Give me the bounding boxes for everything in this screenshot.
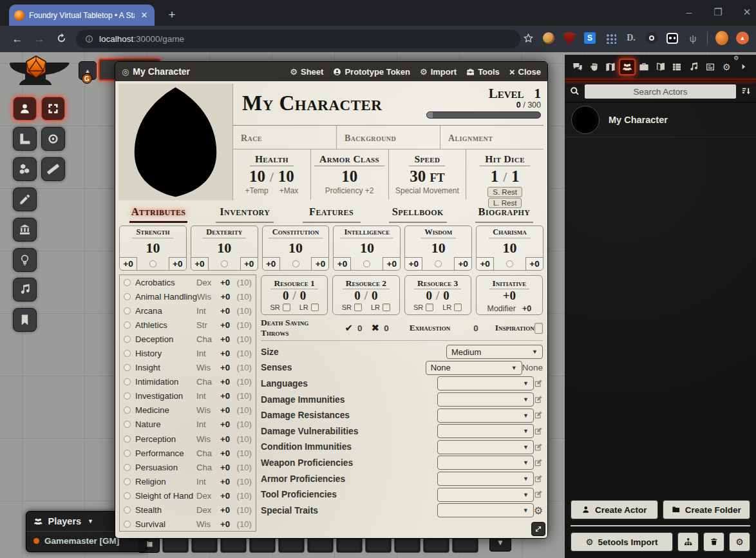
resource-block[interactable]: Resource 1 0/0 SR LR [261,275,328,315]
bookmark-star-icon[interactable] [523,33,534,45]
resource-value[interactable]: 0 [354,289,361,302]
resource-value[interactable]: 0 [426,289,432,302]
ability-value[interactable]: 10 [146,238,160,257]
size-select[interactable]: ▼ [437,440,534,454]
sr-checkbox[interactable] [426,303,433,311]
grid-extension-icon[interactable] [604,32,617,44]
actor-avatar[interactable]: .pB .h1{fill:#f5f5f0}.pB .h2{fill:#07070… [571,106,600,134]
skill-row[interactable]: Survival Wis +0 (10) [120,517,256,532]
proficiency-radio[interactable] [292,260,299,267]
camera-extension-icon[interactable] [645,32,658,44]
scenes-tab-icon[interactable] [602,59,619,75]
tools-button[interactable]: Tools [466,66,500,77]
prototype-token-button[interactable]: Prototype Token [333,66,410,77]
proficiency-radio[interactable] [149,260,156,267]
exhaustion-value[interactable]: 0 [473,323,478,333]
resource-block[interactable]: Resource 2 0/0 SR LR [332,275,399,315]
ability-modifier[interactable]: +0 [405,257,422,270]
lr-checkbox[interactable] [454,303,462,311]
ability-block[interactable]: Strength 10 +0 +0 [119,226,187,271]
resource-label[interactable]: Resource 1 [270,278,317,289]
forward-icon[interactable]: → [28,33,50,46]
skill-proficiency-radio[interactable] [124,506,131,514]
edit-icon[interactable] [534,474,543,484]
proficiency-radio[interactable] [506,260,513,267]
death-fail-icon[interactable]: ✖ [372,322,380,334]
back-icon[interactable]: ← [6,33,28,46]
ability-block[interactable]: Constitution 10 +0 +0 [262,226,330,271]
browser-tab[interactable]: Foundry Virtual Tabletop • A Stan ✕ [9,5,155,26]
close-window-button[interactable]: ×Close [509,66,541,77]
skill-proficiency-radio[interactable] [124,293,131,300]
skill-proficiency-radio[interactable] [124,492,131,499]
sounds-tool-button[interactable] [13,278,37,302]
lr-checkbox[interactable] [311,303,319,311]
speed-stat[interactable]: Speed 30 ft Special Movement [388,149,466,200]
level-display[interactable]: Level1 [426,86,541,102]
sr-checkbox[interactable] [354,303,362,311]
profile-avatar[interactable] [715,32,728,44]
skill-proficiency-radio[interactable] [124,350,131,357]
proficiency-radio[interactable] [221,260,228,267]
hit-dice-stat[interactable]: Hit Dice 1/1 S. RestL. Rest [466,149,543,200]
initiative-block[interactable]: Initiative +0 Modifier+0 [476,275,543,315]
size-select[interactable]: ▼ [437,503,534,517]
sheet-tab[interactable]: Features [288,204,374,224]
window-maximize-button[interactable]: ❐ [708,4,728,21]
template-tool-button[interactable] [41,127,65,151]
skill-row[interactable]: Religion Int +0 (10) [120,474,256,488]
proficiency-radio[interactable] [435,260,442,267]
skill-proficiency-radio[interactable] [124,450,131,457]
site-info-icon[interactable] [85,34,93,44]
resource-max[interactable]: 0 [300,289,307,302]
playlists-tab-icon[interactable] [685,59,702,75]
background-field[interactable]: Background [336,126,440,149]
ability-value[interactable]: 10 [360,238,374,257]
tiles-tool-button[interactable] [13,157,37,181]
size-select[interactable]: ▼ [437,456,534,470]
edit-icon[interactable] [534,378,543,389]
skill-proficiency-radio[interactable] [124,336,131,343]
skill-proficiency-radio[interactable] [124,279,131,286]
size-select[interactable]: None▼ [426,361,522,375]
drawings-tool-button[interactable] [13,188,37,211]
resource-label[interactable]: Resource 2 [343,278,390,289]
edit-icon[interactable] [534,394,543,405]
skill-row[interactable]: Deception Cha +0 (10) [120,332,256,346]
ability-save[interactable]: +0 [454,257,471,270]
resource-block[interactable]: Resource 3 0/0 SR LR [404,275,471,315]
skill-proficiency-radio[interactable] [124,307,131,314]
skill-proficiency-radio[interactable] [124,521,131,528]
edit-icon[interactable] [534,457,543,468]
window-close-button[interactable]: ✕ [737,4,756,21]
short-rest-button[interactable]: S. Rest [487,187,522,197]
size-select[interactable]: ▼ [437,488,534,502]
sort-icon[interactable] [741,86,751,97]
skill-proficiency-radio[interactable] [124,392,131,399]
character-name[interactable]: My Character [242,91,382,115]
ability-block[interactable]: Dexterity 10 +0 +0 [191,226,258,271]
select-tool-button[interactable] [41,97,65,120]
create-actor-button[interactable]: Create Actor [571,500,658,519]
ability-modifier[interactable]: +0 [191,257,209,270]
ability-save[interactable]: +0 [240,257,258,270]
armor-class-stat[interactable]: Armor Class 10 Proficiency +2 [310,149,388,200]
xp-display[interactable]: 0 / 300 [426,101,541,110]
lighting-tool-button[interactable] [13,248,37,272]
skill-proficiency-radio[interactable] [124,436,131,443]
skill-row[interactable]: Athletics Str +0 (10) [120,318,256,332]
sheet-tab[interactable]: Spellbook [375,204,461,224]
skill-row[interactable]: History Int +0 (10) [120,346,256,360]
search-input[interactable] [584,84,737,99]
d-extension-icon[interactable]: D. [625,32,638,44]
notes-tool-button[interactable] [13,308,37,332]
journal-tab-icon[interactable] [652,59,669,75]
window-titlebar[interactable]: ◎ My Character ⚙Sheet Prototype Token ⚙I… [115,62,547,81]
update-button[interactable]: ▲ [736,32,749,44]
configure-button[interactable]: ⚙⚙ [729,532,750,552]
ability-modifier[interactable]: +0 [263,257,280,270]
compendium-tab-icon[interactable] [702,59,719,75]
skill-proficiency-radio[interactable] [124,378,131,385]
window-resize-handle[interactable] [531,522,545,536]
items-tab-icon[interactable] [636,59,652,75]
